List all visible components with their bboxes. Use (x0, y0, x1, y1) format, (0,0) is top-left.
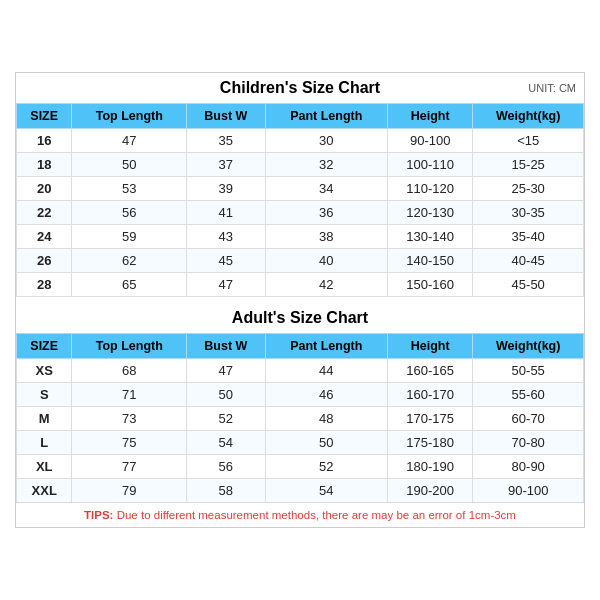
table-cell: 62 (72, 249, 187, 273)
adult-col-size: SIZE (17, 334, 72, 359)
table-cell: 60-70 (473, 407, 584, 431)
tips-row: TIPS: Due to different measurement metho… (16, 503, 584, 527)
table-cell: 54 (187, 431, 265, 455)
table-cell: 42 (265, 273, 387, 297)
children-table: SIZE Top Length Bust W Pant Length Heigh… (16, 103, 584, 297)
table-row: 1647353090-100<15 (17, 129, 584, 153)
tips-label: TIPS: (84, 509, 113, 521)
table-cell: 36 (265, 201, 387, 225)
table-cell: 70-80 (473, 431, 584, 455)
table-cell: 180-190 (387, 455, 472, 479)
children-col-size: SIZE (17, 104, 72, 129)
table-cell: 79 (72, 479, 187, 503)
table-cell: 15-25 (473, 153, 584, 177)
table-cell: 54 (265, 479, 387, 503)
table-cell: 16 (17, 129, 72, 153)
table-cell: M (17, 407, 72, 431)
table-cell: 43 (187, 225, 265, 249)
table-cell: 71 (72, 383, 187, 407)
table-cell: 22 (17, 201, 72, 225)
adult-col-pant: Pant Length (265, 334, 387, 359)
table-cell: XXL (17, 479, 72, 503)
table-cell: 90-100 (387, 129, 472, 153)
table-cell: L (17, 431, 72, 455)
table-cell: 59 (72, 225, 187, 249)
table-row: 26624540140-15040-45 (17, 249, 584, 273)
table-cell: 32 (265, 153, 387, 177)
table-row: 18503732100-11015-25 (17, 153, 584, 177)
adult-col-weight: Weight(kg) (473, 334, 584, 359)
adult-table: SIZE Top Length Bust W Pant Length Heigh… (16, 333, 584, 503)
table-cell: 50 (265, 431, 387, 455)
table-cell: 40 (265, 249, 387, 273)
table-cell: 41 (187, 201, 265, 225)
table-cell: S (17, 383, 72, 407)
table-cell: 65 (72, 273, 187, 297)
table-cell: 20 (17, 177, 72, 201)
table-cell: 44 (265, 359, 387, 383)
table-cell: 39 (187, 177, 265, 201)
adult-col-top: Top Length (72, 334, 187, 359)
size-chart-container: Children's Size Chart UNIT: CM SIZE Top … (15, 72, 585, 528)
table-cell: 73 (72, 407, 187, 431)
table-cell: 160-170 (387, 383, 472, 407)
table-row: 28654742150-16045-50 (17, 273, 584, 297)
adult-title-row: Adult's Size Chart (16, 303, 584, 333)
table-row: XL775652180-19080-90 (17, 455, 584, 479)
children-title-row: Children's Size Chart UNIT: CM (16, 73, 584, 103)
children-header-row: SIZE Top Length Bust W Pant Length Heigh… (17, 104, 584, 129)
table-cell: 35-40 (473, 225, 584, 249)
table-cell: 45-50 (473, 273, 584, 297)
unit-label: UNIT: CM (528, 82, 576, 94)
table-cell: 47 (187, 359, 265, 383)
table-cell: 150-160 (387, 273, 472, 297)
table-cell: 50-55 (473, 359, 584, 383)
table-cell: 47 (72, 129, 187, 153)
children-col-weight: Weight(kg) (473, 104, 584, 129)
adult-col-bust: Bust W (187, 334, 265, 359)
table-cell: 34 (265, 177, 387, 201)
table-cell: 56 (187, 455, 265, 479)
table-cell: 28 (17, 273, 72, 297)
table-cell: 140-150 (387, 249, 472, 273)
table-cell: 110-120 (387, 177, 472, 201)
table-cell: 40-45 (473, 249, 584, 273)
table-cell: 18 (17, 153, 72, 177)
table-cell: 160-165 (387, 359, 472, 383)
table-cell: 50 (72, 153, 187, 177)
table-cell: 48 (265, 407, 387, 431)
table-cell: 47 (187, 273, 265, 297)
table-cell: 50 (187, 383, 265, 407)
table-cell: 170-175 (387, 407, 472, 431)
table-cell: 68 (72, 359, 187, 383)
table-cell: 77 (72, 455, 187, 479)
table-cell: XL (17, 455, 72, 479)
table-cell: 80-90 (473, 455, 584, 479)
tips-text: Due to different measurement methods, th… (117, 509, 516, 521)
table-cell: 55-60 (473, 383, 584, 407)
table-row: S715046160-17055-60 (17, 383, 584, 407)
children-title: Children's Size Chart (220, 79, 380, 96)
table-cell: 45 (187, 249, 265, 273)
table-cell: 75 (72, 431, 187, 455)
table-cell: 30 (265, 129, 387, 153)
children-col-top: Top Length (72, 104, 187, 129)
table-cell: 58 (187, 479, 265, 503)
table-cell: 52 (187, 407, 265, 431)
table-cell: 37 (187, 153, 265, 177)
table-cell: 90-100 (473, 479, 584, 503)
children-col-height: Height (387, 104, 472, 129)
table-row: M735248170-17560-70 (17, 407, 584, 431)
table-row: XS684744160-16550-55 (17, 359, 584, 383)
table-row: 24594338130-14035-40 (17, 225, 584, 249)
table-cell: 120-130 (387, 201, 472, 225)
table-cell: XS (17, 359, 72, 383)
table-cell: 38 (265, 225, 387, 249)
table-cell: 130-140 (387, 225, 472, 249)
adult-title: Adult's Size Chart (232, 309, 368, 326)
table-cell: 100-110 (387, 153, 472, 177)
table-cell: 30-35 (473, 201, 584, 225)
adult-col-height: Height (387, 334, 472, 359)
children-col-pant: Pant Length (265, 104, 387, 129)
table-row: L755450175-18070-80 (17, 431, 584, 455)
